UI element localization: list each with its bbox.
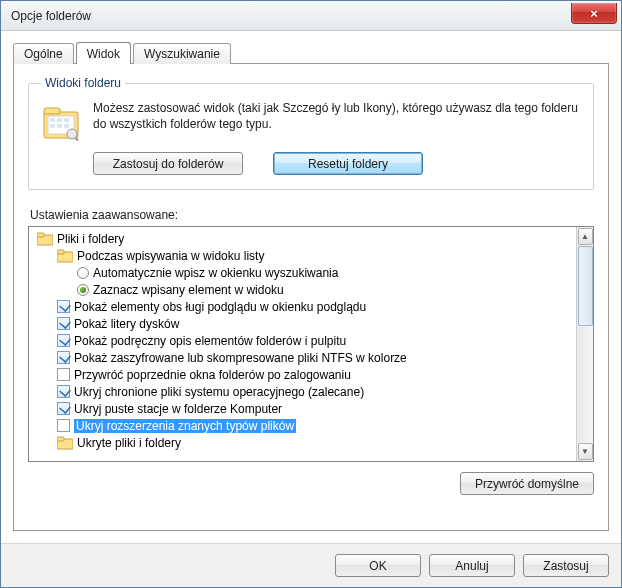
dialog-button-row: OK Anuluj Zastosuj <box>1 543 621 587</box>
tree-option-label: Pokaż zaszyfrowane lub skompresowane pli… <box>74 351 407 365</box>
tree-node[interactable]: Pokaż litery dysków <box>31 315 574 332</box>
tree-group-label: Ukryte pliki i foldery <box>77 436 181 450</box>
checkbox-icon[interactable] <box>57 334 70 347</box>
cancel-button[interactable]: Anuluj <box>429 554 515 577</box>
restore-defaults-button[interactable]: Przywróć domyślne <box>460 472 594 495</box>
apply-to-folders-button[interactable]: Zastosuj do folderów <box>93 152 243 175</box>
tree-group-label: Pliki i foldery <box>57 232 124 246</box>
tab-view[interactable]: Widok <box>76 42 131 64</box>
svg-rect-1 <box>44 108 60 114</box>
tree-node[interactable]: Podczas wpisywania w widoku listy <box>31 247 574 264</box>
svg-rect-7 <box>57 124 62 128</box>
tree-node[interactable]: Ukryj chronione pliki systemu operacyjne… <box>31 383 574 400</box>
close-icon: × <box>590 6 598 21</box>
tree-option-label: Pokaż podręczny opis elementów folderów … <box>74 334 346 348</box>
tree-node[interactable]: Ukryj puste stacje w folderze Komputer <box>31 400 574 417</box>
tree-option-label: Zaznacz wpisany element w widoku <box>93 283 284 297</box>
svg-rect-14 <box>57 250 64 254</box>
svg-rect-5 <box>64 118 69 122</box>
tree-option-label: Automatycznie wpisz w okienku wyszukiwan… <box>93 266 338 280</box>
radio-icon[interactable] <box>77 267 89 279</box>
tree-node[interactable]: Pliki i foldery <box>31 230 574 247</box>
svg-rect-16 <box>57 437 64 441</box>
folder-views-legend: Widoki folderu <box>41 76 125 90</box>
tree-node[interactable]: Pokaż podręczny opis elementów folderów … <box>31 332 574 349</box>
window-title: Opcje folderów <box>11 9 91 23</box>
checkbox-icon[interactable] <box>57 368 70 381</box>
svg-rect-4 <box>57 118 62 122</box>
radio-icon[interactable] <box>77 284 89 296</box>
tree-option-label: Ukryj puste stacje w folderze Komputer <box>74 402 282 416</box>
tree-option-label: Przywróć poprzednie okna folderów po zal… <box>74 368 351 382</box>
client-area: Ogólne Widok Wyszukiwanie Widoki folderu <box>1 31 621 543</box>
tree-node[interactable]: Pokaż zaszyfrowane lub skompresowane pli… <box>31 349 574 366</box>
tree-group-label: Podczas wpisywania w widoku listy <box>77 249 264 263</box>
folder-views-group: Widoki folderu Możesz zastosować widok (… <box>28 76 594 190</box>
tree-option-label: Pokaż elementy obs ługi podglądu w okien… <box>74 300 366 314</box>
folder-options-dialog: Opcje folderów × Ogólne Widok Wyszukiwan… <box>0 0 622 588</box>
tree-option-label: Pokaż litery dysków <box>74 317 179 331</box>
svg-rect-3 <box>50 118 55 122</box>
tree-node[interactable]: Przywróć poprzednie okna folderów po zal… <box>31 366 574 383</box>
tree-node[interactable]: Ukryte pliki i foldery <box>31 434 574 451</box>
scroll-up-button[interactable]: ▲ <box>578 228 593 245</box>
titlebar[interactable]: Opcje folderów × <box>1 1 621 31</box>
tree-node[interactable]: Automatycznie wpisz w okienku wyszukiwan… <box>31 264 574 281</box>
tree-option-label: Ukryj rozszerzenia znanych typów plików <box>74 419 296 433</box>
folder-views-desc: Możesz zastosować widok (taki jak Szczeg… <box>93 100 581 132</box>
checkbox-icon[interactable] <box>57 351 70 364</box>
tree-option-label: Ukryj chronione pliki systemu operacyjne… <box>74 385 364 399</box>
apply-button[interactable]: Zastosuj <box>523 554 609 577</box>
checkbox-icon[interactable] <box>57 385 70 398</box>
tab-strip: Ogólne Widok Wyszukiwanie <box>13 41 609 63</box>
reset-folders-button[interactable]: Resetuj foldery <box>273 152 423 175</box>
scroll-thumb[interactable] <box>578 246 593 326</box>
svg-rect-6 <box>50 124 55 128</box>
tab-general[interactable]: Ogólne <box>13 43 74 64</box>
advanced-settings-label: Ustawienia zaawansowane: <box>30 208 594 222</box>
advanced-settings-tree[interactable]: Pliki i folderyPodczas wpisywania w wido… <box>28 226 594 462</box>
tree-node[interactable]: Zaznacz wpisany element w widoku <box>31 281 574 298</box>
vertical-scrollbar[interactable]: ▲ ▼ <box>576 227 593 461</box>
scroll-track[interactable] <box>578 246 593 442</box>
svg-rect-12 <box>37 233 44 237</box>
tree-node[interactable]: Pokaż elementy obs ługi podglądu w okien… <box>31 298 574 315</box>
checkbox-icon[interactable] <box>57 300 70 313</box>
tree-node[interactable]: Ukryj rozszerzenia znanych typów plików <box>31 417 574 434</box>
checkbox-icon[interactable] <box>57 419 70 432</box>
close-button[interactable]: × <box>571 3 617 24</box>
tab-search[interactable]: Wyszukiwanie <box>133 43 231 64</box>
scroll-down-button[interactable]: ▼ <box>578 443 593 460</box>
ok-button[interactable]: OK <box>335 554 421 577</box>
svg-rect-8 <box>64 124 69 128</box>
tab-page-view: Widoki folderu Możesz zastosować widok (… <box>13 63 609 531</box>
checkbox-icon[interactable] <box>57 317 70 330</box>
tree-body: Pliki i folderyPodczas wpisywania w wido… <box>29 227 576 461</box>
checkbox-icon[interactable] <box>57 402 70 415</box>
folder-views-icon <box>41 102 81 142</box>
